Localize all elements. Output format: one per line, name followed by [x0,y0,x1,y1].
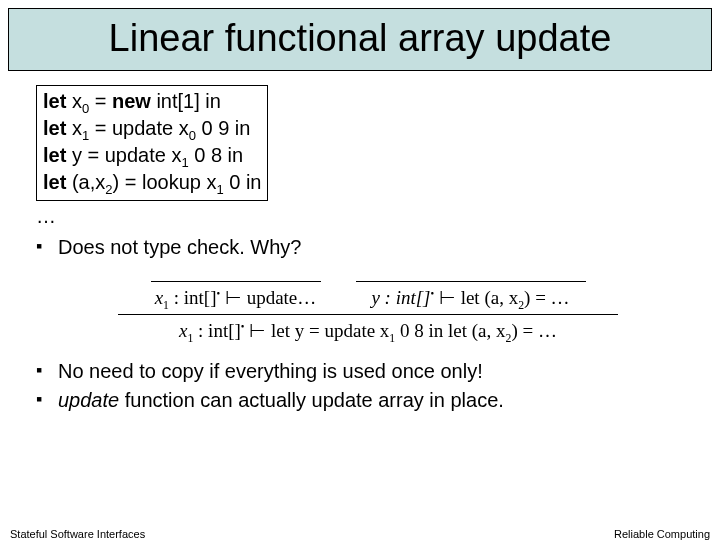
bullet-nocopy: No need to copy if everything is used on… [36,358,700,385]
t: function can actually update array in pl… [119,389,504,411]
ellipsis: … [36,203,700,230]
t: ) = … [511,320,557,341]
footer: Stateful Software Interfaces Reliable Co… [10,528,710,540]
outer-hline [118,314,618,315]
t: ) = lookup x [112,171,216,193]
t: 0 9 in [196,117,250,139]
kw-let: let [43,171,66,193]
t: : int[] [169,287,217,308]
bullet-list-1: Does not type check. Why? [36,234,700,261]
derivation: x1 : int[]• ⊢ update… y : int[]• ⊢ let (… [36,275,700,344]
code-line-4: let (a,x2) = lookup x1 0 in [43,169,261,196]
kw-let: let [43,117,66,139]
t: (a,x [66,171,105,193]
t: ⊢ let (a, x [434,287,518,308]
outer-fraction: x1 : int[]• ⊢ update… y : int[]• ⊢ let (… [118,275,618,344]
sub: 1 [181,155,188,170]
bullet-update: update function can actually update arra… [36,387,700,414]
t: ) = … [524,287,570,308]
t: = update x [89,117,189,139]
t: 0 8 in [189,144,243,166]
t: ⊢ let y = update x [245,320,390,341]
t: ⊢ update… [220,287,316,308]
t: int[1] in [151,90,221,112]
code-block: let x0 = new int[1] in let x1 = update x… [36,85,268,201]
slide-title: Linear functional array update [19,17,701,60]
update-fn-name: update [58,389,119,411]
t: 0 in [224,171,262,193]
kw-let: let [43,90,66,112]
inner-left: x1 : int[]• ⊢ update… [151,275,321,312]
t: y = update x [66,144,181,166]
judg-top-left: x1 : int[]• ⊢ update… [151,284,321,312]
t: x [155,287,163,308]
code-line-1: let x0 = new int[1] in [43,88,261,115]
kw-let: let [43,144,66,166]
judg-bottom: x1 : int[]• ⊢ let y = update x1 0 8 in l… [118,317,618,345]
bullet-list-2: No need to copy if everything is used on… [36,358,700,414]
t: 0 8 in let (a, x [395,320,505,341]
code-line-2: let x1 = update x0 0 9 in [43,115,261,142]
code-line-3: let y = update x1 0 8 in [43,142,261,169]
inner-right: y : int[]• ⊢ let (a, x2) = … [356,275,586,312]
judg-top-right: y : int[]• ⊢ let (a, x2) = … [356,284,586,312]
t: : int[] [193,320,241,341]
slide-body: let x0 = new int[1] in let x1 = update x… [0,71,720,414]
sub: 1 [216,182,223,197]
slide: Linear functional array update let x0 = … [0,8,720,540]
sub: 0 [189,128,196,143]
t: x [66,90,82,112]
title-box: Linear functional array update [8,8,712,71]
footer-right: Reliable Computing [614,528,710,540]
bullet-typecheck: Does not type check. Why? [36,234,700,261]
outer-numerator: x1 : int[]• ⊢ update… y : int[]• ⊢ let (… [118,275,618,312]
footer-left: Stateful Software Interfaces [10,528,145,540]
t: = [89,90,112,112]
t: y : int[] [371,287,430,308]
t: x [66,117,82,139]
kw-new: new [112,90,151,112]
